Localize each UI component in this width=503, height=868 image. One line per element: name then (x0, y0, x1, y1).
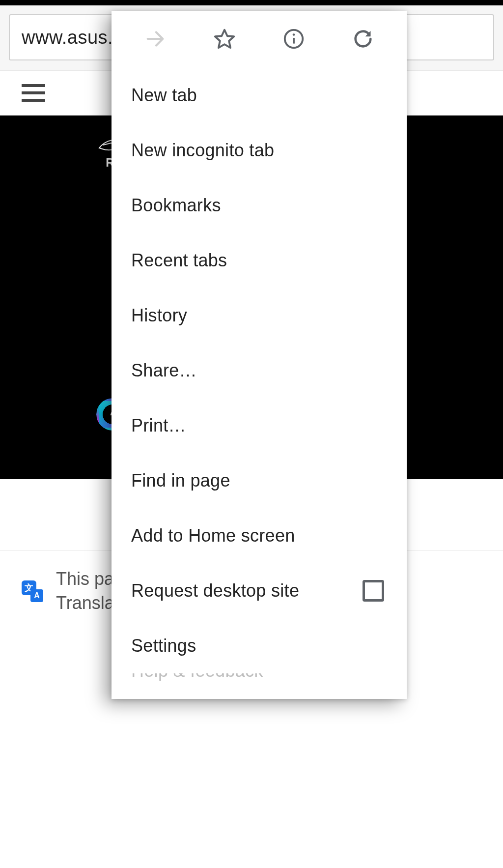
address-bar-url: www.asus. (22, 27, 113, 48)
page-info-button[interactable] (281, 26, 307, 52)
forward-button[interactable] (142, 26, 168, 52)
menu-item-request-desktop-site[interactable]: Request desktop site (112, 563, 407, 618)
menu-item-recent-tabs[interactable]: Recent tabs (112, 233, 407, 288)
translate-line2: Transla (56, 591, 114, 615)
arrow-forward-icon (144, 28, 167, 50)
svg-marker-1 (215, 30, 234, 48)
menu-item-label: Add to Home screen (131, 525, 295, 546)
menu-icon-row (112, 11, 407, 67)
status-bar (0, 0, 503, 5)
info-circle-icon (282, 28, 305, 50)
menu-item-label: History (131, 305, 187, 326)
menu-item-label: Find in page (131, 470, 230, 491)
menu-item-label: Help & feedback (131, 673, 263, 681)
menu-item-label: New incognito tab (131, 140, 274, 161)
translate-line1: This pa (56, 567, 114, 591)
menu-item-find-in-page[interactable]: Find in page (112, 453, 407, 508)
menu-item-add-to-home-screen[interactable]: Add to Home screen (112, 508, 407, 563)
menu-item-bookmarks[interactable]: Bookmarks (112, 178, 407, 233)
reload-button[interactable] (350, 26, 376, 52)
svg-point-4 (293, 33, 295, 36)
menu-item-label: New tab (131, 85, 197, 106)
menu-item-help-feedback[interactable]: Help & feedback (112, 673, 407, 695)
menu-item-label: Print… (131, 415, 186, 436)
bookmark-star-button[interactable] (212, 26, 237, 52)
menu-item-history[interactable]: History (112, 288, 407, 343)
hamburger-menu-icon[interactable] (22, 84, 45, 102)
menu-item-share[interactable]: Share… (112, 343, 407, 398)
translate-icon: 文 A (22, 580, 43, 602)
menu-item-label: Bookmarks (131, 195, 221, 216)
menu-item-new-incognito-tab[interactable]: New incognito tab (112, 123, 407, 178)
menu-list: New tab New incognito tab Bookmarks Rece… (112, 67, 407, 695)
desktop-site-checkbox[interactable] (363, 580, 384, 602)
translate-prompt-text: This pa Transla (56, 567, 114, 615)
browser-overflow-menu: New tab New incognito tab Bookmarks Rece… (112, 11, 407, 699)
menu-item-label: Recent tabs (131, 250, 227, 271)
menu-item-label: Settings (131, 636, 196, 656)
menu-item-settings[interactable]: Settings (112, 618, 407, 673)
star-outline-icon (213, 28, 236, 50)
menu-item-label: Request desktop site (131, 580, 299, 601)
menu-item-label: Share… (131, 360, 197, 381)
reload-icon (352, 28, 374, 50)
menu-item-print[interactable]: Print… (112, 398, 407, 453)
menu-item-new-tab[interactable]: New tab (112, 68, 407, 123)
